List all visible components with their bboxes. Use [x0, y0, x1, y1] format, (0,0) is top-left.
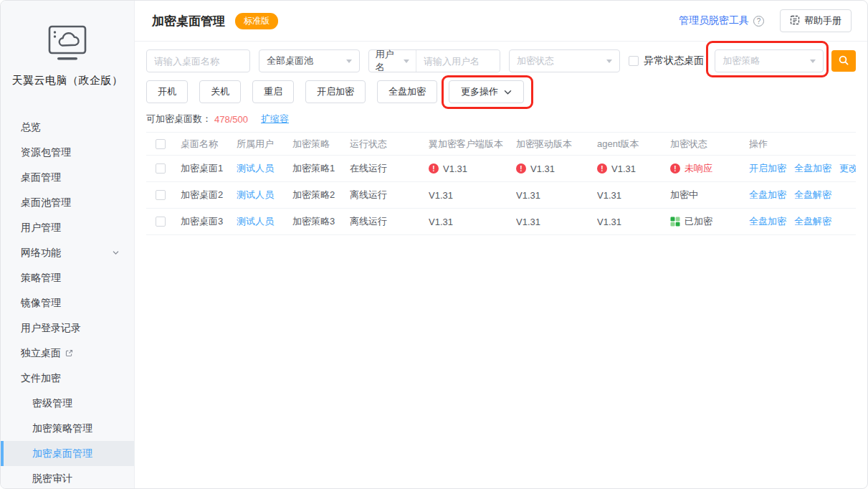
sidebar-item-label: 用户登录记录: [21, 315, 81, 341]
row-action-link[interactable]: 全盘解密: [794, 215, 831, 228]
sidebar-item-2[interactable]: 资源包管理: [1, 140, 134, 165]
row-action-link[interactable]: 全盘解密: [794, 189, 831, 201]
agent-version-cell: V1.31: [597, 190, 670, 201]
toolbar-buttons: 开机关机重启开启加密全盘加密: [146, 80, 437, 103]
version-text: V1.31: [611, 163, 636, 174]
sidebar-item-14[interactable]: 加密桌面管理: [1, 441, 134, 466]
table-row: 加密桌面2测试人员加密策略2离线运行V1.31V1.31V1.31加密中全盘加密…: [146, 182, 856, 209]
scale-link[interactable]: 扩缩容: [261, 113, 289, 125]
sidebar-item-label: 脱密审计: [32, 466, 72, 489]
sidebar-item-label: 桌面管理: [21, 165, 61, 190]
search-icon: [838, 54, 849, 68]
sidebar-item-8[interactable]: 镜像管理: [1, 290, 134, 315]
error-icon: !: [670, 163, 680, 174]
help-manual-button[interactable]: 帮助手册: [780, 9, 852, 32]
column-header: agent版本: [597, 138, 670, 151]
toolbar-button-5[interactable]: 全盘加密: [377, 80, 437, 103]
version-text: V1.31: [530, 163, 555, 174]
client-version-cell: V1.31: [429, 190, 516, 201]
sidebar-item-label: 桌面池管理: [21, 190, 71, 215]
encrypt-policy-select[interactable]: 加密策略: [715, 49, 824, 72]
policy-cell: 加密策略2: [292, 189, 350, 201]
table-header-row: 桌面名称所属用户加密策略运行状态翼加密客户端版本加密驱动版本agent版本加密状…: [146, 132, 856, 156]
cloud-pc-logo-icon: [47, 52, 88, 65]
question-circle-icon[interactable]: ?: [753, 16, 764, 27]
sidebar-item-12[interactable]: 密级管理: [1, 391, 134, 416]
row-action-link[interactable]: 全盘加密: [794, 162, 831, 175]
owner-user-link[interactable]: 测试人员: [237, 216, 274, 227]
username-input[interactable]: [416, 50, 500, 72]
filter-bar: 全部桌面池 用户名 加密状态 异常状态桌面: [146, 49, 856, 72]
row-checkbox[interactable]: [156, 190, 166, 200]
page-header: 加密桌面管理 标准版 管理员脱密工具 ? 帮助手册: [135, 1, 867, 42]
sidebar-item-6[interactable]: 网络功能: [1, 240, 134, 265]
driver-version-cell: V1.31: [516, 190, 597, 201]
sidebar-item-9[interactable]: 用户登录记录: [1, 315, 134, 341]
user-field-select[interactable]: 用户名: [369, 50, 416, 72]
desktop-name-cell: 加密桌面2: [181, 189, 237, 201]
version-text: V1.31: [597, 190, 621, 201]
encrypt-status-cell: 已加密: [670, 215, 749, 228]
version-text: V1.31: [516, 190, 540, 201]
toolbar-button-3[interactable]: 重启: [252, 80, 294, 103]
sidebar-item-1[interactable]: 总览: [1, 115, 134, 140]
row-action-link[interactable]: 更改策略: [839, 162, 856, 175]
capacity-label: 可加密桌面数：: [146, 113, 211, 125]
brand: 天翼云电脑（政企版）: [1, 1, 134, 87]
desktop-name-input[interactable]: [146, 49, 250, 72]
sidebar-item-11[interactable]: 文件加密: [1, 366, 134, 391]
desktop-pool-value: 全部桌面池: [267, 54, 313, 67]
row-checkbox-cell: [146, 217, 181, 227]
toolbar-button-1[interactable]: 开机: [146, 80, 188, 103]
agent-version-cell: V1.31: [597, 217, 670, 227]
owner-user-link[interactable]: 测试人员: [237, 163, 274, 174]
row-checkbox[interactable]: [156, 217, 166, 227]
row-action-link[interactable]: 全盘加密: [749, 215, 786, 228]
version-text: V1.31: [443, 163, 467, 174]
owner-user-cell: 测试人员: [237, 189, 292, 201]
column-header: 桌面名称: [181, 138, 237, 151]
toolbar-button-2[interactable]: 关机: [199, 80, 241, 103]
toolbar-button-4[interactable]: 开启加密: [305, 80, 366, 103]
error-icon: !: [597, 163, 607, 174]
column-header: 翼加密客户端版本: [429, 138, 516, 151]
column-header: 运行状态: [350, 138, 429, 151]
select-all-checkbox[interactable]: [156, 139, 166, 149]
column-header: 加密状态: [670, 138, 749, 151]
desktop-pool-select[interactable]: 全部桌面池: [259, 49, 360, 72]
sidebar-item-13[interactable]: 加密策略管理: [1, 416, 134, 441]
client-version-cell: !V1.31: [429, 163, 516, 174]
more-actions-button[interactable]: 更多操作: [449, 80, 524, 103]
brand-title: 天翼云电脑（政企版）: [1, 74, 134, 87]
row-actions-cell: 全盘加密全盘解密: [749, 215, 856, 228]
sidebar-item-7[interactable]: 策略管理: [1, 265, 134, 290]
owner-user-link[interactable]: 测试人员: [237, 189, 274, 200]
column-header: 加密驱动版本: [516, 138, 597, 151]
abnormal-desktop-checkbox[interactable]: 异常状态桌面: [629, 54, 704, 67]
error-icon: !: [516, 163, 526, 174]
chevron-down-icon: [504, 87, 512, 98]
sidebar-item-15[interactable]: 脱密审计: [1, 466, 134, 489]
encrypt-status-select[interactable]: 加密状态: [509, 49, 620, 72]
sidebar-item-3[interactable]: 桌面管理: [1, 165, 134, 190]
row-checkbox[interactable]: [156, 163, 166, 174]
encrypt-status-cell: 加密中: [670, 189, 749, 201]
caret-down-icon: [606, 60, 612, 63]
sidebar-nav: 总览资源包管理桌面管理桌面池管理用户管理网络功能策略管理镜像管理用户登录记录独立…: [1, 115, 134, 489]
capacity-value: 478/500: [214, 114, 248, 125]
sidebar-item-label: 策略管理: [21, 265, 61, 290]
sidebar-item-label: 文件加密: [21, 366, 61, 391]
sidebar-item-label: 独立桌面: [21, 341, 61, 366]
row-action-link[interactable]: 开启加密: [749, 162, 786, 175]
search-button[interactable]: [831, 50, 856, 72]
admin-decrypt-tool-link[interactable]: 管理员脱密工具: [679, 14, 749, 27]
sidebar-item-4[interactable]: 桌面池管理: [1, 190, 134, 215]
encrypt-status-text: 未响应: [685, 162, 712, 175]
owner-user-cell: 测试人员: [237, 162, 292, 175]
action-toolbar: 开机关机重启开启加密全盘加密 更多操作: [146, 80, 856, 103]
row-action-link[interactable]: 全盘加密: [749, 189, 786, 201]
encrypt-status-text: 加密中: [670, 189, 698, 201]
sidebar-item-10[interactable]: 独立桌面: [1, 341, 134, 366]
sidebar-item-5[interactable]: 用户管理: [1, 215, 134, 240]
capacity-row: 可加密桌面数： 478/500 扩缩容: [146, 113, 856, 125]
